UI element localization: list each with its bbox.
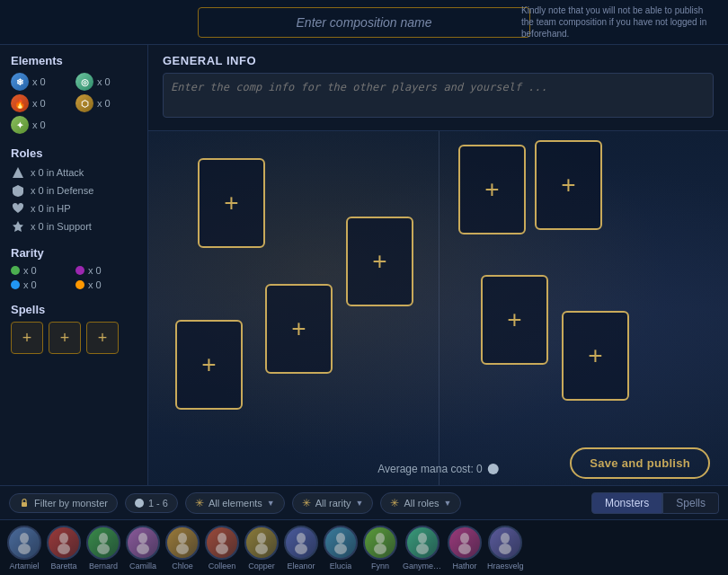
- svg-point-24: [460, 533, 469, 544]
- hp-count: x 0 in HP: [31, 203, 71, 214]
- card-slot-left-2[interactable]: +: [265, 284, 333, 374]
- monster-item[interactable]: Colleen: [205, 526, 239, 571]
- monster-name: Hathor: [452, 562, 476, 571]
- monster-item[interactable]: Artamiel: [7, 526, 41, 571]
- composition-name-input[interactable]: [198, 7, 530, 38]
- add-card-icon: +: [291, 316, 306, 341]
- svg-point-4: [59, 533, 68, 544]
- purple-count: x 0: [88, 265, 102, 276]
- header-note: Kindly note that you will not be able to…: [521, 4, 710, 40]
- monster-name: Chloe: [172, 562, 193, 571]
- monster-name: Fynn: [371, 562, 389, 571]
- rarity-blue: x 0: [11, 279, 72, 290]
- monster-item[interactable]: Chloe: [165, 526, 200, 571]
- chevron-down-icon: ▼: [267, 499, 275, 508]
- spell-slot-3[interactable]: +: [86, 322, 119, 354]
- svg-point-25: [458, 544, 471, 554]
- monster-item[interactable]: Fynn: [363, 526, 397, 571]
- range-filter-btn[interactable]: 1 - 6: [125, 493, 178, 513]
- card-slot-right-4[interactable]: +: [562, 311, 629, 401]
- elements-filter-btn[interactable]: ✳ All elements ▼: [185, 492, 285, 514]
- monster-avatar: [284, 526, 318, 560]
- monster-name: Baretta: [50, 562, 76, 571]
- filter-bar: Filter by monster 1 - 6 ✳ All elements ▼…: [0, 486, 728, 520]
- element-light: ✦ x 0: [11, 116, 72, 134]
- monster-figure: [50, 529, 77, 556]
- monster-name: Eleanor: [287, 562, 315, 571]
- green-count: x 0: [23, 265, 37, 276]
- card-slot-right-3[interactable]: +: [481, 275, 548, 365]
- element-wind: ◎ x 0: [75, 73, 137, 91]
- card-slot-left-3[interactable]: +: [175, 320, 243, 410]
- monster-avatar: [126, 526, 160, 560]
- svg-marker-0: [13, 167, 23, 178]
- wind-icon: ◎: [75, 73, 93, 91]
- add-card-icon: +: [561, 172, 575, 198]
- monster-item[interactable]: Copper: [244, 526, 279, 571]
- range-label: 1 - 6: [148, 498, 168, 509]
- ice-count: x 0: [32, 76, 46, 87]
- view-tabs: Monsters Spells: [591, 492, 719, 514]
- monster-avatar: [7, 526, 41, 560]
- battle-field: + + + + + + + +: [148, 131, 728, 485]
- rarity-star-icon: ✳: [302, 497, 311, 509]
- rarity-purple: x 0: [75, 265, 137, 276]
- monster-name: Camilla: [129, 562, 156, 571]
- monster-item[interactable]: Hraesvelg: [487, 526, 524, 571]
- role-attack: x 0 in Attack: [11, 165, 137, 180]
- monster-figure: [248, 529, 275, 556]
- monster-item[interactable]: Elucia: [324, 526, 358, 571]
- svg-point-18: [336, 533, 345, 544]
- monster-figure: [90, 529, 117, 556]
- tab-spells[interactable]: Spells: [662, 492, 719, 514]
- purple-dot: [75, 266, 84, 275]
- svg-point-13: [216, 544, 228, 554]
- roles-section: Roles x 0 in Attack x 0 in Defense x 0 i…: [11, 146, 137, 234]
- svg-point-5: [58, 544, 70, 554]
- card-slot-right-1[interactable]: +: [458, 145, 526, 234]
- add-card-icon: +: [372, 249, 386, 274]
- monster-item[interactable]: Bernard: [86, 526, 120, 571]
- rarity-section: Rarity x 0 x 0 x 0 x 0: [11, 246, 137, 290]
- card-slot-right-2[interactable]: +: [535, 140, 602, 230]
- monster-figure: [169, 529, 196, 556]
- elements-star-icon: ✳: [195, 497, 204, 509]
- monster-item[interactable]: Eleanor: [284, 526, 318, 571]
- filter-by-monster-btn[interactable]: Filter by monster: [9, 493, 118, 513]
- orange-count: x 0: [88, 279, 102, 290]
- comp-info-textarea[interactable]: [163, 73, 714, 118]
- add-card-icon: +: [588, 343, 602, 368]
- blue-dot: [11, 280, 20, 289]
- chevron-down-icon: ▼: [356, 499, 364, 508]
- elements-grid-row2: ✦ x 0: [11, 116, 137, 134]
- svg-point-17: [295, 544, 307, 554]
- element-earth: ⬡ x 0: [75, 94, 137, 112]
- tab-monsters[interactable]: Monsters: [591, 492, 662, 514]
- monster-figure: [288, 529, 315, 556]
- all-roles-label: All roles: [404, 498, 439, 509]
- rarity-green: x 0: [11, 265, 72, 276]
- monster-item[interactable]: Baretta: [47, 526, 81, 571]
- attack-icon: [11, 165, 25, 180]
- monster-item[interactable]: Ganymede: [403, 526, 442, 571]
- spell-slot-1[interactable]: +: [11, 322, 43, 354]
- header: Kindly note that you will not be able to…: [0, 0, 728, 45]
- spell-slot-2[interactable]: +: [49, 322, 81, 354]
- card-slot-left-1[interactable]: +: [198, 158, 265, 248]
- monster-avatar: [324, 526, 358, 560]
- orange-dot: [75, 280, 84, 289]
- monster-name: Colleen: [209, 562, 236, 571]
- content-area: GENERAL INFO + + + + +: [148, 45, 728, 485]
- monster-item[interactable]: Hathor: [448, 526, 482, 571]
- save-publish-button[interactable]: Save and publish: [570, 447, 710, 479]
- light-icon: ✦: [11, 116, 29, 134]
- card-slot-center[interactable]: +: [346, 217, 413, 306]
- element-ice: ❄ x 0: [11, 73, 72, 91]
- rarity-filter-btn[interactable]: ✳ All rarity ▼: [292, 492, 374, 514]
- monster-item[interactable]: Camilla: [126, 526, 160, 571]
- roles-filter-btn[interactable]: ✳ All roles ▼: [380, 492, 461, 514]
- add-card-icon: +: [507, 307, 521, 332]
- svg-point-7: [97, 544, 110, 554]
- monster-figure: [367, 529, 394, 556]
- mana-dot-icon: [488, 464, 499, 474]
